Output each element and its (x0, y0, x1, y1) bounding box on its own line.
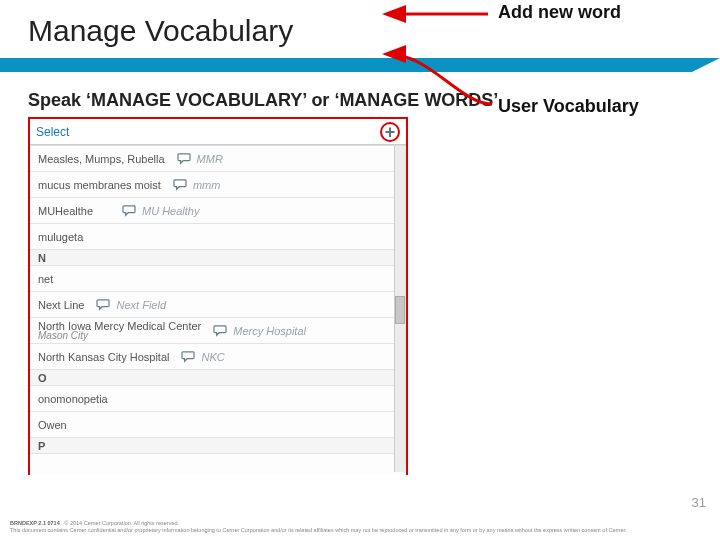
spoken-form-icon (181, 351, 195, 363)
footer-code: BRNDEXP 2.1 0714 (10, 520, 60, 526)
vocab-term: mucus membranes moist (38, 179, 161, 191)
spoken-form: MMR (197, 153, 223, 165)
section-letter: O (30, 370, 406, 386)
vocab-row[interactable]: net (30, 266, 406, 292)
arrow-user-vocab (380, 14, 500, 114)
vocab-row[interactable]: North Iowa Mercy Medical CenterMason Cit… (30, 318, 406, 344)
spoken-form: MU Healthy (142, 205, 199, 217)
vocab-row[interactable]: mulugeta (30, 224, 406, 250)
vocab-row[interactable]: MUHealtheMU Healthy (30, 198, 406, 224)
vocab-term: North Kansas City Hospital (38, 351, 169, 363)
footer-copyright: © 2014 Cerner Corporation. All rights re… (64, 520, 179, 526)
spoken-form: Mercy Hospital (233, 325, 306, 337)
spoken-form: Next Field (116, 299, 166, 311)
footer-disclaimer: This document contains Cerner confidenti… (10, 527, 627, 533)
callout-add-word: Add new word (498, 2, 621, 23)
vocab-row[interactable]: Owen (30, 412, 406, 438)
vocab-term: MUHealthe (38, 205, 93, 217)
spoken-form-icon (122, 205, 136, 217)
vocab-term: N (38, 252, 46, 264)
vocab-term: net (38, 273, 53, 285)
vocab-row[interactable]: mucus membranes moistmmm (30, 172, 406, 198)
section-letter: N (30, 250, 406, 266)
spoken-form-icon (213, 325, 227, 337)
vocab-term: P (38, 440, 45, 452)
vocab-term: Next Line (38, 299, 84, 311)
callout-user-vocab: User Vocabulary (498, 96, 639, 117)
vocab-term: Owen (38, 419, 67, 431)
select-link[interactable]: Select (36, 125, 69, 139)
vocab-term: O (38, 372, 47, 384)
spoken-form: NKC (201, 351, 224, 363)
spoken-form-icon (96, 299, 110, 311)
vocab-row[interactable]: North Kansas City HospitalNKC (30, 344, 406, 370)
spoken-form: mmm (193, 179, 221, 191)
section-letter: P (30, 438, 406, 454)
page-number: 31 (692, 495, 706, 510)
app-screenshot: Select + Measles, Mumps, RubellaMMRmucus… (28, 117, 408, 475)
vocab-row[interactable]: onomonopetia (30, 386, 406, 412)
vocab-term: onomonopetia (38, 393, 108, 405)
spoken-form-icon (177, 153, 191, 165)
footer: BRNDEXP 2.1 0714 © 2014 Cerner Corporati… (10, 520, 710, 534)
vocab-term: Measles, Mumps, Rubella (38, 153, 165, 165)
vocab-term: mulugeta (38, 231, 83, 243)
vocab-row[interactable]: Measles, Mumps, RubellaMMR (30, 146, 406, 172)
spoken-form-icon (173, 179, 187, 191)
vocab-row[interactable]: Next LineNext Field (30, 292, 406, 318)
